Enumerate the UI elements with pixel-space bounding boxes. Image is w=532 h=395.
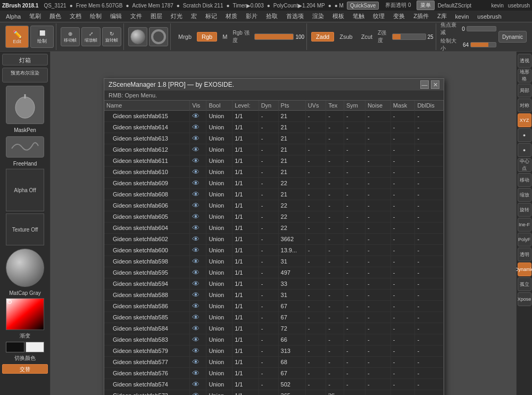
right-panel-btn-中心点[interactable]: 中心点 (518, 158, 531, 172)
right-panel-btn-地形格[interactable]: 地形格 (518, 69, 531, 83)
table-row[interactable]: Gideon sketchfab613👁Union1/1-21------ (104, 133, 444, 144)
col-header-noise[interactable]: Noise (365, 101, 390, 111)
table-row[interactable]: Gideon sketchfab598👁Union1/1-31------ (104, 256, 444, 267)
row-vis[interactable]: 👁 (190, 301, 206, 312)
table-row[interactable]: Gideon sketchfab604👁Union1/1-22------ (104, 223, 444, 234)
dialog-title-bar[interactable]: ZSceneManager 1.8 [PRO] — by EXOSIDE. — … (104, 79, 444, 90)
row-vis[interactable]: 👁 (190, 267, 206, 278)
table-row[interactable]: Gideon sketchfab583👁Union1/1-66------ (104, 334, 444, 345)
row-vis[interactable]: 👁 (190, 211, 206, 223)
row-vis[interactable]: 👁 (190, 345, 206, 357)
col-header-vis[interactable]: Vis (190, 101, 206, 111)
zsub-button[interactable]: Zsub (336, 32, 355, 41)
menu-item-绘制[interactable]: 绘制 (86, 11, 105, 21)
row-vis[interactable]: 👁 (190, 357, 206, 368)
col-header-dyn[interactable]: Dyn (259, 101, 278, 111)
zcut-button[interactable]: Zcut (358, 32, 376, 41)
row-vis[interactable]: 👁 (190, 200, 206, 211)
row-vis[interactable]: 👁 (190, 312, 206, 323)
col-header-mask[interactable]: Mask (390, 101, 415, 111)
table-row[interactable]: Gideon sketchfab586👁Union1/1-67------ (104, 301, 444, 312)
table-row[interactable]: Gideon sketchfab574👁Union1/1-502------ (104, 379, 444, 390)
draw-button[interactable]: 🔲 绘制 (30, 26, 54, 48)
col-header-name[interactable]: Name (104, 101, 190, 111)
col-header-dbldis[interactable]: DblDis (415, 101, 444, 111)
col-header-level[interactable]: Level: (232, 101, 259, 111)
menu-item-变换[interactable]: 变换 (389, 11, 409, 21)
table-row[interactable]: Gideon sketchfab614👁Union1/1-21------ (104, 122, 444, 133)
table-row[interactable]: Gideon sketchfab605👁Union1/1-22------ (104, 211, 444, 223)
swatch-black[interactable] (6, 342, 24, 352)
table-row[interactable]: Gideon sketchfab584👁Union1/1-72------ (104, 323, 444, 334)
edit-button[interactable]: ✏️ Edit (5, 26, 29, 48)
table-row[interactable]: Gideon sketchfab579👁Union1/1-313------ (104, 345, 444, 357)
menu-item-纹理[interactable]: 纹理 (369, 11, 388, 21)
matcap-preview[interactable] (6, 249, 44, 287)
col-header-pts[interactable]: Pts (278, 101, 305, 111)
color-picker[interactable] (6, 298, 44, 330)
menu-item-z插件[interactable]: Z插件 (410, 11, 433, 21)
lightbox-button[interactable]: 灯箱 (2, 54, 48, 65)
right-panel-btn-dynamic[interactable]: Dynamic (518, 262, 531, 276)
menu-item-alpha[interactable]: Alpha (2, 12, 24, 21)
right-panel-btn-旋转[interactable]: 旋转 (518, 203, 531, 217)
table-row[interactable]: Gideon sketchfab573👁Union1/1-365....-'X'… (104, 390, 444, 396)
row-vis[interactable]: 👁 (190, 189, 206, 200)
preview-button[interactable]: 预览布尔渲染 (2, 68, 48, 83)
rgb-button[interactable]: Rgb (197, 32, 217, 42)
row-vis[interactable]: 👁 (190, 133, 206, 144)
m-button[interactable]: M (219, 32, 230, 41)
row-vis[interactable]: 👁 (190, 144, 206, 155)
right-panel-btn-透视[interactable]: 透视 (518, 54, 531, 68)
mrgb-button[interactable]: Mrgb (175, 32, 195, 41)
col-header-uvs[interactable]: UVs (305, 101, 326, 111)
row-vis[interactable]: 👁 (190, 278, 206, 290)
right-panel-btn-ine-f[interactable]: Ine-F (518, 218, 531, 232)
col-header-tex[interactable]: Tex (326, 101, 344, 111)
menu-item-模板[interactable]: 模板 (329, 11, 348, 21)
move-button[interactable]: ⊕ 移动帧 (61, 27, 80, 46)
swatch-white[interactable] (26, 342, 44, 352)
right-panel-btn-xyz[interactable]: XYZ (518, 113, 531, 127)
table-row[interactable]: Gideon sketchfab585👁Union1/1-67------ (104, 312, 444, 323)
menu-item-kevin[interactable]: kevin (452, 12, 473, 21)
alpha-off-button[interactable]: Alpha Off (6, 169, 44, 211)
menu-item-usebrush[interactable]: usebrush (473, 12, 505, 21)
row-vis[interactable]: 👁 (190, 379, 206, 390)
row-vis[interactable]: 👁 (190, 122, 206, 133)
freehand-preview[interactable] (6, 136, 44, 158)
menu-item-颜色[interactable]: 颜色 (46, 11, 65, 21)
table-row[interactable]: Gideon sketchfab608👁Union1/1-21------ (104, 189, 444, 200)
dynamic-button[interactable]: Dynamic (498, 31, 527, 43)
menu-item-编辑[interactable]: 编辑 (106, 11, 126, 21)
right-panel-btn-xpose[interactable]: Xpose (518, 292, 531, 306)
table-row[interactable]: Gideon sketchfab609👁Union1/1-22------ (104, 178, 444, 189)
menu-item-首选项[interactable]: 首选项 (282, 11, 307, 21)
row-vis[interactable]: 👁 (190, 368, 206, 379)
right-panel-btn-局部[interactable]: 局部 (518, 84, 531, 97)
scale-button[interactable]: ⤢ 缩放帧 (81, 27, 101, 46)
row-vis[interactable]: 👁 (190, 323, 206, 334)
right-panel-btn-缩放[interactable]: 缩放 (518, 188, 531, 202)
focal-slider[interactable] (467, 26, 496, 31)
menu-item-标记[interactable]: 标记 (202, 11, 221, 21)
table-row[interactable]: Gideon sketchfab615👁Union1/1-21------ (104, 111, 444, 122)
menu-item-灯光[interactable]: 灯光 (167, 11, 186, 21)
right-panel-btn-孤立[interactable]: 孤立 (518, 277, 531, 291)
menu-item-文档[interactable]: 文档 (66, 11, 85, 21)
right-panel-btn-对称[interactable]: 对称 (518, 98, 531, 112)
scene-table-container[interactable]: NameVisBoolLevel:DynPtsUVsTexSymNoiseMas… (104, 101, 444, 395)
rgb-intensity-slider[interactable] (254, 34, 294, 40)
menu-item-笔触[interactable]: 笔触 (349, 11, 368, 21)
table-row[interactable]: Gideon sketchfab602👁Union1/1-3662------ (104, 234, 444, 245)
texture-off-button[interactable]: Texture Off (6, 213, 44, 245)
row-vis[interactable]: 👁 (190, 334, 206, 345)
menu-item-拾取[interactable]: 拾取 (262, 11, 281, 21)
row-vis[interactable]: 👁 (190, 245, 206, 256)
right-panel-btn-移动[interactable]: 移动 (518, 173, 531, 187)
table-row[interactable]: Gideon sketchfab610👁Union1/1-21------ (104, 167, 444, 178)
row-vis[interactable]: 👁 (190, 111, 206, 122)
switch-button[interactable]: 交替 (2, 364, 48, 374)
row-vis[interactable]: 👁 (190, 390, 206, 396)
right-panel-btn-透明[interactable]: 透明 (518, 248, 531, 261)
